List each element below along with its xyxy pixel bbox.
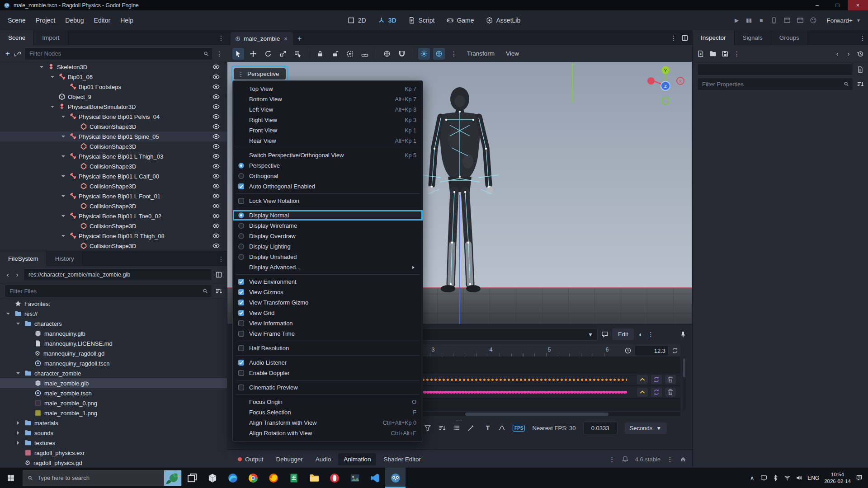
view-menu-item-view-gizmos[interactable]: View Gizmos <box>233 287 423 297</box>
scene-tree-row[interactable]: CollisionShape3D <box>0 241 227 251</box>
workspace-tab-game[interactable]: Game <box>446 17 474 24</box>
scene-tree-row[interactable]: Physical Bone Bip01 L Foot_01 <box>0 191 227 201</box>
current-time-input[interactable] <box>634 345 669 356</box>
view-menu-item-audio-listener[interactable]: Audio Listener <box>233 357 423 368</box>
view-menu-item-auto-orthogonal-enabled[interactable]: Auto Orthogonal Enabled <box>233 181 423 192</box>
close-button[interactable]: × <box>848 0 868 10</box>
view-menu-item-right-view[interactable]: Right ViewKp 3 <box>233 115 423 125</box>
view-menu-item-display-normal[interactable]: Display Normal <box>233 210 423 221</box>
menubar-item-help[interactable]: Help <box>115 14 138 27</box>
dock-menu-button[interactable]: ⋮ <box>218 251 224 266</box>
view-menu-item-display-unshaded[interactable]: Display Unshaded <box>233 252 423 262</box>
visibility-eye-icon[interactable] <box>212 212 220 220</box>
tab-filesystem[interactable]: FileSystem <box>0 251 47 266</box>
filesystem-row[interactable]: mannequiny.glb <box>0 328 227 338</box>
remote-debug-button[interactable] <box>770 17 778 24</box>
visibility-eye-icon[interactable] <box>212 163 220 170</box>
profiler-button[interactable] <box>810 17 817 24</box>
network-tray-icon[interactable] <box>784 474 791 481</box>
forward-button[interactable]: › <box>14 271 20 278</box>
visibility-eye-icon[interactable] <box>212 143 220 150</box>
local-space-toggle[interactable] <box>381 48 393 60</box>
loop-icon[interactable] <box>671 347 679 354</box>
ruler-tool[interactable] <box>359 48 371 60</box>
save-resource-icon[interactable] <box>722 50 729 57</box>
view-menu-item-display-wireframe[interactable]: Display Wireframe <box>233 221 423 231</box>
filesystem-row[interactable]: male_zombie.tscn <box>0 388 227 398</box>
onion-skinning-icon[interactable]: ◐ <box>637 331 644 338</box>
scene-tree-row[interactable]: Bip01 Footsteps <box>0 82 227 92</box>
select-tool[interactable] <box>232 48 244 60</box>
filesystem-row[interactable]: materials <box>0 418 227 428</box>
view-menu-item-view-environment[interactable]: View Environment <box>233 277 423 287</box>
list-select-tool[interactable] <box>292 48 304 60</box>
sort-files-button[interactable] <box>215 287 222 295</box>
view-menu-item-rear-view[interactable]: Rear ViewAlt+Kp 1 <box>233 136 423 146</box>
preview-environment-toggle[interactable] <box>433 48 445 60</box>
transform-menu-button[interactable]: Transform <box>463 48 499 59</box>
taskbar-app-sheets[interactable] <box>283 468 304 488</box>
visibility-eye-icon[interactable] <box>212 173 220 180</box>
bezier-curve-icon[interactable] <box>498 424 505 432</box>
filesystem-row[interactable]: characters <box>0 319 227 328</box>
scene-tree-row[interactable]: CollisionShape3D <box>0 161 227 171</box>
tree-chevron-icon[interactable] <box>49 103 56 110</box>
tree-chevron-icon[interactable] <box>60 192 67 200</box>
bottom-panel-audio[interactable]: Audio <box>310 453 337 465</box>
view-menu-item-lock-view-rotation[interactable]: Lock View Rotation <box>233 196 423 206</box>
minimize-button[interactable]: – <box>807 0 827 10</box>
filesystem-row[interactable]: sounds <box>0 428 227 438</box>
taskbar-search-box[interactable] <box>23 470 182 486</box>
scene-tree-row[interactable]: Skeleton3D <box>0 62 227 72</box>
view-menu-item-view-information[interactable]: View Information <box>233 318 423 328</box>
history-back-icon[interactable]: ‹ <box>834 50 840 57</box>
sort-tracks-icon[interactable] <box>439 424 446 432</box>
group-tracks-icon[interactable] <box>453 424 460 432</box>
move-tool[interactable] <box>247 48 259 60</box>
visibility-eye-icon[interactable] <box>212 123 220 130</box>
display-tray-icon[interactable] <box>760 474 767 481</box>
scene-tree-row[interactable]: Bip01_06 <box>0 72 227 82</box>
auto-insert-key-icon[interactable] <box>467 424 475 432</box>
open-docs-icon[interactable] <box>857 66 864 73</box>
view-menu-item-top-view[interactable]: Top ViewKp 7 <box>233 84 423 94</box>
visibility-eye-icon[interactable] <box>212 183 220 190</box>
view-menu-item-align-transform-with-view[interactable]: Align Transform with ViewCtrl+Alt+Kp 0 <box>233 418 423 428</box>
workspace-tab-3d[interactable]: 3D <box>378 17 396 24</box>
add-node-button[interactable]: + <box>5 50 11 57</box>
current-path[interactable] <box>28 271 208 278</box>
track-collapse-button[interactable] <box>637 375 648 384</box>
lock-node-button[interactable] <box>314 48 326 60</box>
notifications-bell-icon[interactable] <box>622 455 629 463</box>
taskbar-app-vscode[interactable] <box>365 468 385 488</box>
scene-tree-row[interactable]: PhysicalBoneSimulator3D <box>0 102 227 112</box>
scene-tree-row[interactable]: CollisionShape3D <box>0 181 227 191</box>
scene-tree-row[interactable]: Physical Bone Bip01 Pelvis_04 <box>0 112 227 122</box>
taskbar-clock[interactable]: 10:54 2026-02-14 <box>824 471 851 485</box>
scene-tree-row[interactable]: CollisionShape3D <box>0 141 227 151</box>
tree-chevron-icon[interactable] <box>14 419 22 427</box>
visibility-eye-icon[interactable] <box>212 202 220 210</box>
filesystem-row[interactable]: mannequiny_ragdoll.tscn <box>0 358 227 368</box>
tree-chevron-icon[interactable] <box>38 63 45 70</box>
tray-expand-icon[interactable]: ∧ <box>749 474 755 481</box>
view-menu-item-view-transform-gizmo[interactable]: View Transform Gizmo <box>233 297 423 308</box>
bottom-panel-output[interactable]: Output <box>232 453 269 465</box>
property-filter-icon[interactable] <box>857 80 864 88</box>
snap-step-input[interactable] <box>583 422 618 434</box>
track-delete-button[interactable] <box>665 375 676 384</box>
load-resource-icon[interactable] <box>709 50 717 57</box>
scene-tree-menu-button[interactable]: ⋮ <box>216 50 222 57</box>
scene-tree-row[interactable]: CollisionShape3D <box>0 122 227 131</box>
workspace-tab-assetlib[interactable]: AssetLib <box>486 17 521 24</box>
tracks-scrollbar[interactable] <box>683 357 686 411</box>
filesystem-row[interactable]: ⚙mannequiny_ragdoll.gd <box>0 348 227 358</box>
workspace-tab-2d[interactable]: 2D <box>348 17 366 24</box>
tree-chevron-icon[interactable] <box>49 73 56 80</box>
filesystem-row[interactable]: male_zombie.glb <box>0 378 227 388</box>
track-collapse-button[interactable] <box>637 388 648 397</box>
scene-tree-row[interactable]: CollisionShape3D <box>0 221 227 231</box>
view-menu-item-view-frame-time[interactable]: View Frame Time <box>233 328 423 339</box>
visibility-eye-icon[interactable] <box>212 63 220 70</box>
perspective-menu-button[interactable]: ⋮ Perspective <box>234 68 286 80</box>
